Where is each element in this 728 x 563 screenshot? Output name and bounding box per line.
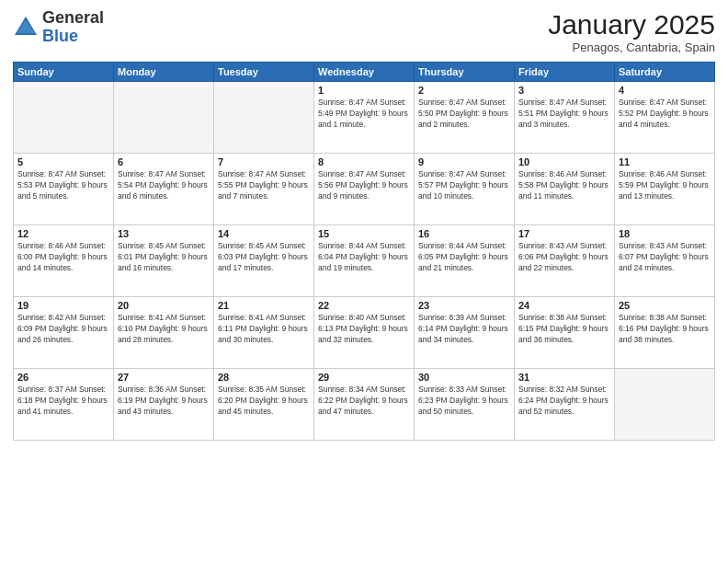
logo-icon <box>13 15 39 40</box>
col-thursday: Thursday <box>415 63 515 82</box>
day-info: Sunrise: 8:44 AM Sunset: 6:04 PM Dayligh… <box>318 241 410 274</box>
day-number: 9 <box>418 156 510 167</box>
day-info: Sunrise: 8:40 AM Sunset: 6:13 PM Dayligh… <box>318 313 410 346</box>
day-info: Sunrise: 8:41 AM Sunset: 6:10 PM Dayligh… <box>118 313 210 346</box>
calendar-week-row: 26Sunrise: 8:37 AM Sunset: 6:18 PM Dayli… <box>14 369 715 441</box>
calendar-subtitle: Penagos, Cantabria, Spain <box>548 40 715 54</box>
calendar-title: January 2025 <box>548 9 715 40</box>
table-row: 12Sunrise: 8:46 AM Sunset: 6:00 PM Dayli… <box>14 225 114 297</box>
day-number: 29 <box>318 372 410 383</box>
table-row <box>14 82 114 154</box>
day-info: Sunrise: 8:47 AM Sunset: 5:55 PM Dayligh… <box>218 169 310 202</box>
table-row <box>114 82 214 154</box>
day-number: 20 <box>118 300 210 311</box>
col-tuesday: Tuesday <box>214 63 314 82</box>
day-number: 26 <box>17 372 109 383</box>
day-number: 31 <box>518 372 610 383</box>
day-info: Sunrise: 8:46 AM Sunset: 5:58 PM Dayligh… <box>518 169 610 202</box>
day-number: 5 <box>17 156 109 167</box>
table-row: 15Sunrise: 8:44 AM Sunset: 6:04 PM Dayli… <box>314 225 415 297</box>
page: General Blue January 2025 Penagos, Canta… <box>0 0 728 563</box>
day-info: Sunrise: 8:37 AM Sunset: 6:18 PM Dayligh… <box>17 385 109 418</box>
day-number: 6 <box>118 156 210 167</box>
col-saturday: Saturday <box>615 63 715 82</box>
table-row: 25Sunrise: 8:38 AM Sunset: 6:16 PM Dayli… <box>615 297 715 369</box>
table-row: 11Sunrise: 8:46 AM Sunset: 5:59 PM Dayli… <box>615 154 715 225</box>
calendar-week-row: 5Sunrise: 8:47 AM Sunset: 5:53 PM Daylig… <box>14 154 715 225</box>
table-row: 10Sunrise: 8:46 AM Sunset: 5:58 PM Dayli… <box>515 154 615 225</box>
svg-marker-1 <box>17 20 35 33</box>
day-info: Sunrise: 8:41 AM Sunset: 6:11 PM Dayligh… <box>218 313 310 346</box>
day-info: Sunrise: 8:43 AM Sunset: 6:07 PM Dayligh… <box>619 241 711 274</box>
day-number: 13 <box>118 228 210 239</box>
day-info: Sunrise: 8:34 AM Sunset: 6:22 PM Dayligh… <box>318 385 410 418</box>
day-number: 28 <box>218 372 310 383</box>
table-row: 14Sunrise: 8:45 AM Sunset: 6:03 PM Dayli… <box>214 225 314 297</box>
logo-general-text: General <box>42 8 104 27</box>
day-number: 21 <box>218 300 310 311</box>
table-row: 30Sunrise: 8:33 AM Sunset: 6:23 PM Dayli… <box>415 369 515 441</box>
day-info: Sunrise: 8:47 AM Sunset: 5:56 PM Dayligh… <box>318 169 410 202</box>
day-number: 25 <box>619 300 711 311</box>
day-number: 3 <box>518 85 610 96</box>
day-number: 17 <box>518 228 610 239</box>
day-info: Sunrise: 8:45 AM Sunset: 6:03 PM Dayligh… <box>218 241 310 274</box>
day-number: 8 <box>318 156 410 167</box>
table-row: 29Sunrise: 8:34 AM Sunset: 6:22 PM Dayli… <box>314 369 415 441</box>
day-info: Sunrise: 8:38 AM Sunset: 6:16 PM Dayligh… <box>619 313 711 346</box>
day-info: Sunrise: 8:43 AM Sunset: 6:06 PM Dayligh… <box>518 241 610 274</box>
table-row: 5Sunrise: 8:47 AM Sunset: 5:53 PM Daylig… <box>14 154 114 225</box>
day-info: Sunrise: 8:32 AM Sunset: 6:24 PM Dayligh… <box>518 385 610 418</box>
header: General Blue January 2025 Penagos, Canta… <box>13 9 715 54</box>
logo: General Blue <box>13 9 104 46</box>
day-info: Sunrise: 8:47 AM Sunset: 5:51 PM Dayligh… <box>518 98 610 131</box>
table-row: 18Sunrise: 8:43 AM Sunset: 6:07 PM Dayli… <box>615 225 715 297</box>
day-info: Sunrise: 8:44 AM Sunset: 6:05 PM Dayligh… <box>418 241 510 274</box>
day-number: 16 <box>418 228 510 239</box>
day-info: Sunrise: 8:47 AM Sunset: 5:50 PM Dayligh… <box>418 98 510 131</box>
day-number: 15 <box>318 228 410 239</box>
table-row: 7Sunrise: 8:47 AM Sunset: 5:55 PM Daylig… <box>214 154 314 225</box>
day-info: Sunrise: 8:47 AM Sunset: 5:57 PM Dayligh… <box>418 169 510 202</box>
day-number: 23 <box>418 300 510 311</box>
day-number: 14 <box>218 228 310 239</box>
day-info: Sunrise: 8:45 AM Sunset: 6:01 PM Dayligh… <box>118 241 210 274</box>
table-row: 22Sunrise: 8:40 AM Sunset: 6:13 PM Dayli… <box>314 297 415 369</box>
day-info: Sunrise: 8:47 AM Sunset: 5:54 PM Dayligh… <box>118 169 210 202</box>
day-number: 24 <box>518 300 610 311</box>
table-row: 21Sunrise: 8:41 AM Sunset: 6:11 PM Dayli… <box>214 297 314 369</box>
table-row <box>214 82 314 154</box>
day-number: 7 <box>218 156 310 167</box>
table-row: 31Sunrise: 8:32 AM Sunset: 6:24 PM Dayli… <box>515 369 615 441</box>
day-number: 18 <box>619 228 711 239</box>
day-info: Sunrise: 8:36 AM Sunset: 6:19 PM Dayligh… <box>118 385 210 418</box>
calendar-week-row: 19Sunrise: 8:42 AM Sunset: 6:09 PM Dayli… <box>14 297 715 369</box>
table-row: 20Sunrise: 8:41 AM Sunset: 6:10 PM Dayli… <box>114 297 214 369</box>
table-row: 26Sunrise: 8:37 AM Sunset: 6:18 PM Dayli… <box>14 369 114 441</box>
day-number: 2 <box>418 85 510 96</box>
day-info: Sunrise: 8:33 AM Sunset: 6:23 PM Dayligh… <box>418 385 510 418</box>
day-info: Sunrise: 8:39 AM Sunset: 6:14 PM Dayligh… <box>418 313 510 346</box>
day-info: Sunrise: 8:47 AM Sunset: 5:49 PM Dayligh… <box>318 98 410 131</box>
logo-blue-text: Blue <box>42 27 78 45</box>
day-number: 11 <box>619 156 711 167</box>
table-row: 2Sunrise: 8:47 AM Sunset: 5:50 PM Daylig… <box>415 82 515 154</box>
day-number: 27 <box>118 372 210 383</box>
table-row: 8Sunrise: 8:47 AM Sunset: 5:56 PM Daylig… <box>314 154 415 225</box>
day-info: Sunrise: 8:47 AM Sunset: 5:52 PM Dayligh… <box>619 98 711 131</box>
day-info: Sunrise: 8:46 AM Sunset: 5:59 PM Dayligh… <box>619 169 711 202</box>
table-row: 13Sunrise: 8:45 AM Sunset: 6:01 PM Dayli… <box>114 225 214 297</box>
table-row: 27Sunrise: 8:36 AM Sunset: 6:19 PM Dayli… <box>114 369 214 441</box>
table-row: 16Sunrise: 8:44 AM Sunset: 6:05 PM Dayli… <box>415 225 515 297</box>
col-monday: Monday <box>114 63 214 82</box>
table-row: 17Sunrise: 8:43 AM Sunset: 6:06 PM Dayli… <box>515 225 615 297</box>
col-sunday: Sunday <box>14 63 114 82</box>
table-row: 3Sunrise: 8:47 AM Sunset: 5:51 PM Daylig… <box>515 82 615 154</box>
day-info: Sunrise: 8:42 AM Sunset: 6:09 PM Dayligh… <box>17 313 109 346</box>
col-wednesday: Wednesday <box>314 63 415 82</box>
day-number: 4 <box>619 85 711 96</box>
day-number: 12 <box>17 228 109 239</box>
table-row: 1Sunrise: 8:47 AM Sunset: 5:49 PM Daylig… <box>314 82 415 154</box>
day-info: Sunrise: 8:47 AM Sunset: 5:53 PM Dayligh… <box>17 169 109 202</box>
table-row <box>615 369 715 441</box>
